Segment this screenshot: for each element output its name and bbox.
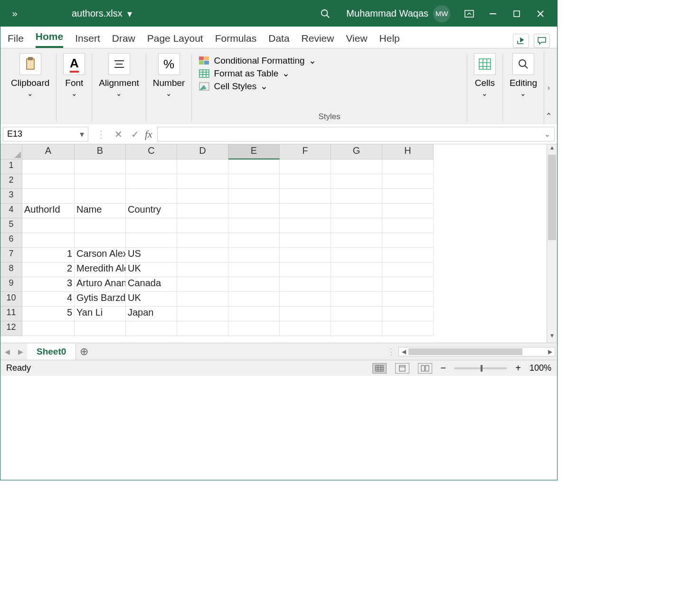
cell[interactable] [331, 233, 382, 248]
column-header[interactable]: E [228, 144, 280, 159]
cell[interactable] [177, 277, 228, 292]
column-header[interactable]: D [177, 144, 228, 159]
cell[interactable] [331, 189, 382, 204]
cell[interactable] [382, 159, 434, 174]
cell[interactable]: UK [126, 292, 177, 307]
sheet-tab[interactable]: Sheet0 [27, 344, 76, 360]
cell[interactable] [228, 204, 280, 218]
cell[interactable] [382, 218, 434, 233]
column-header[interactable]: G [331, 144, 382, 159]
cell[interactable] [177, 262, 228, 277]
cell[interactable] [382, 174, 434, 189]
cell[interactable] [228, 277, 280, 292]
row-header[interactable]: 1 [0, 159, 22, 174]
zoom-out-button[interactable]: − [441, 363, 446, 374]
fx-label[interactable]: fx [145, 124, 157, 144]
sheet-nav-next-icon[interactable]: ▶ [14, 348, 27, 356]
select-all-corner[interactable] [0, 144, 22, 159]
page-layout-view-button[interactable] [395, 363, 409, 374]
cell[interactable] [126, 218, 177, 233]
cell[interactable] [331, 218, 382, 233]
cell[interactable] [382, 321, 434, 336]
vertical-scrollbar[interactable]: ▲ ▼ [547, 144, 557, 343]
cell[interactable] [75, 159, 126, 174]
cell[interactable] [280, 248, 331, 262]
close-button[interactable] [529, 4, 552, 23]
clipboard-button[interactable]: Clipboard ⌄ [11, 53, 49, 98]
column-header[interactable]: F [280, 144, 331, 159]
row-header[interactable]: 3 [0, 189, 22, 204]
cell[interactable] [75, 233, 126, 248]
cell[interactable] [382, 307, 434, 321]
cell[interactable] [280, 233, 331, 248]
cell[interactable]: 5 [22, 307, 75, 321]
cell[interactable] [280, 218, 331, 233]
format-as-table-button[interactable]: Format as Table ⌄ [199, 68, 460, 79]
enter-icon[interactable]: ✓ [131, 129, 139, 140]
row-header[interactable]: 6 [0, 233, 22, 248]
row-header[interactable]: 7 [0, 248, 22, 262]
more-icon[interactable]: ⋮ [96, 129, 106, 140]
zoom-slider[interactable] [454, 367, 507, 369]
cell[interactable] [177, 248, 228, 262]
cell[interactable] [280, 292, 331, 307]
cells-button[interactable]: Cells ⌄ [474, 53, 496, 98]
cell[interactable]: Carson Alexander [75, 248, 126, 262]
account-button[interactable]: Muhammad Waqas MW [346, 5, 450, 22]
cell[interactable] [331, 248, 382, 262]
cell[interactable] [228, 307, 280, 321]
cell[interactable] [228, 218, 280, 233]
cell[interactable] [228, 262, 280, 277]
cell[interactable]: Country [126, 204, 177, 218]
cell[interactable] [126, 189, 177, 204]
editing-button[interactable]: Editing ⌄ [510, 53, 537, 98]
cell[interactable] [22, 189, 75, 204]
cell[interactable] [22, 218, 75, 233]
cell[interactable] [382, 262, 434, 277]
cell[interactable] [126, 321, 177, 336]
tab-formulas[interactable]: Formulas [215, 29, 257, 48]
cell[interactable]: Yan Li [75, 307, 126, 321]
alignment-button[interactable]: Alignment ⌄ [99, 53, 139, 98]
cell[interactable] [75, 189, 126, 204]
cell[interactable] [228, 248, 280, 262]
cell[interactable] [331, 262, 382, 277]
scroll-down-icon[interactable]: ▼ [547, 332, 557, 343]
cell[interactable] [177, 204, 228, 218]
cell[interactable] [177, 159, 228, 174]
row-header[interactable]: 2 [0, 174, 22, 189]
cell[interactable] [382, 189, 434, 204]
cell[interactable] [331, 174, 382, 189]
tab-view[interactable]: View [346, 29, 367, 48]
cell[interactable] [75, 321, 126, 336]
hscroll-thumb[interactable] [408, 348, 522, 355]
conditional-formatting-button[interactable]: Conditional Formatting ⌄ [199, 55, 460, 66]
column-header[interactable]: C [126, 144, 177, 159]
page-break-view-button[interactable] [418, 363, 432, 374]
tab-home[interactable]: Home [36, 27, 63, 48]
cell[interactable]: US [126, 248, 177, 262]
tab-review[interactable]: Review [302, 29, 334, 48]
cell[interactable] [331, 292, 382, 307]
cell[interactable] [331, 277, 382, 292]
cell[interactable] [177, 321, 228, 336]
normal-view-button[interactable] [372, 363, 387, 374]
cell[interactable] [280, 204, 331, 218]
cell[interactable] [22, 321, 75, 336]
cell[interactable] [280, 189, 331, 204]
row-header[interactable]: 4 [0, 204, 22, 218]
add-sheet-button[interactable]: ⊕ [76, 346, 92, 358]
tab-insert[interactable]: Insert [75, 29, 100, 48]
cell[interactable] [228, 233, 280, 248]
cell[interactable] [228, 189, 280, 204]
column-header[interactable]: B [75, 144, 126, 159]
row-header[interactable]: 11 [0, 307, 22, 321]
scroll-thumb[interactable] [548, 155, 556, 240]
cell[interactable] [382, 292, 434, 307]
cell[interactable] [228, 174, 280, 189]
cell[interactable]: 1 [22, 248, 75, 262]
tab-page-layout[interactable]: Page Layout [147, 29, 203, 48]
row-header[interactable]: 12 [0, 321, 22, 336]
cell[interactable] [126, 174, 177, 189]
number-button[interactable]: % Number ⌄ [153, 53, 185, 98]
